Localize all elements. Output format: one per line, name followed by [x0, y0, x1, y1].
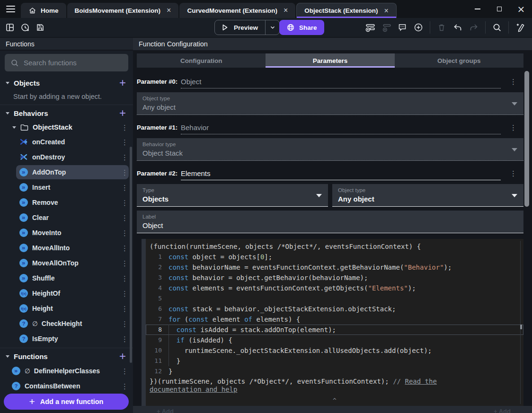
- function-item-oncreated[interactable]: onCreated⋮: [0, 134, 133, 149]
- item-menu-button[interactable]: ⋮: [121, 229, 128, 237]
- add-button-partial[interactable]: + Add: [157, 408, 174, 413]
- code-line-4[interactable]: 4const elements = eventsFunctionContext.…: [146, 283, 523, 293]
- tab-object-groups[interactable]: Object groups: [395, 53, 523, 68]
- close-tab-icon[interactable]: ×: [167, 7, 171, 14]
- preview-button[interactable]: Preview: [214, 20, 280, 35]
- type-select[interactable]: TypeObjects: [137, 184, 328, 207]
- behavior-folder-objectstack[interactable]: ObjectStack ⋮: [0, 120, 133, 134]
- code-line-8[interactable]: 8 const isAdded = stack.addOnTop(element…: [146, 325, 523, 335]
- function-item-ondestroy[interactable]: onDestroy⋮: [0, 149, 133, 165]
- add-subevent-button[interactable]: [379, 20, 393, 35]
- parameter-menu-button[interactable]: ⋮: [510, 78, 517, 85]
- folder-menu-button[interactable]: ⋮: [121, 124, 128, 131]
- item-menu-button[interactable]: ⋮: [121, 169, 128, 176]
- add-other-events-button[interactable]: [411, 20, 426, 35]
- ai-edit-button[interactable]: [513, 20, 527, 35]
- code-line-7[interactable]: 7for (const element of elements) {: [146, 314, 523, 325]
- open-panels-button[interactable]: [3, 20, 17, 35]
- function-item-containsbetween[interactable]: ?ContainsBetween⋮: [0, 378, 133, 394]
- code-line-3[interactable]: 3const behavior = object.getBehavior(beh…: [146, 272, 523, 283]
- delete-button[interactable]: [434, 20, 449, 35]
- code-line-5[interactable]: 5: [146, 293, 523, 304]
- search-functions-input[interactable]: Search functions: [5, 54, 128, 71]
- add-comment-button[interactable]: [395, 20, 409, 35]
- item-menu-button[interactable]: ⋮: [121, 154, 128, 161]
- search-events-button[interactable]: [490, 20, 504, 35]
- item-menu-button[interactable]: ⋮: [121, 320, 128, 327]
- event-drag-handle[interactable]: [142, 239, 146, 406]
- code-line-10[interactable]: 10 runtimeScene._objectStackExtension.al…: [146, 345, 523, 356]
- sidebar-scrollbar[interactable]: [130, 147, 132, 363]
- objects-section-header[interactable]: Objects +: [0, 76, 133, 90]
- minimize-button[interactable]: [467, 0, 488, 18]
- tab-objectstack-extension[interactable]: ObjectStack (Extension)×: [296, 3, 397, 18]
- object-type-select[interactable]: Object typeAny object: [137, 92, 523, 115]
- tab-home[interactable]: Home: [21, 3, 66, 18]
- item-menu-button[interactable]: ⋮: [121, 275, 128, 282]
- item-menu-button[interactable]: ⋮: [121, 245, 128, 252]
- item-menu-button[interactable]: ⋮: [121, 335, 128, 343]
- function-item-remove[interactable]: »Remove⋮: [0, 195, 133, 210]
- item-menu-button[interactable]: ⋮: [121, 305, 128, 312]
- behavior-type-select[interactable]: Behavior typeObject Stack: [137, 138, 523, 161]
- tab-configuration[interactable]: Configuration: [137, 53, 266, 68]
- redo-button[interactable]: [467, 20, 481, 35]
- object-type-select[interactable]: Object typeAny object: [332, 184, 523, 207]
- function-item-heightof[interactable]: f(x)HeightOf⋮: [0, 286, 133, 301]
- function-item-moveallinto[interactable]: »MoveAllInto⋮: [0, 240, 133, 255]
- item-menu-button[interactable]: ⋮: [121, 368, 128, 375]
- parameter-menu-button[interactable]: ⋮: [510, 170, 517, 177]
- function-item-moveinto[interactable]: »MoveInto⋮: [0, 225, 133, 240]
- close-button[interactable]: ×: [510, 0, 532, 18]
- item-menu-button[interactable]: ⋮: [121, 214, 128, 221]
- parameters-scrollbar[interactable]: [524, 71, 529, 207]
- tab-curvedmovement-extension[interactable]: CurvedMovement (Extension)×: [179, 3, 295, 18]
- item-menu-button[interactable]: ⋮: [121, 260, 128, 267]
- add-new-function-button[interactable]: + Add a new function: [4, 394, 129, 410]
- code-line-1[interactable]: 1const object = objects[0];: [146, 252, 523, 262]
- close-tab-icon[interactable]: ×: [284, 7, 288, 14]
- code-editor[interactable]: (function(runtimeScene, objects /*Object…: [146, 239, 523, 406]
- code-line-2[interactable]: 2const behaviorName = eventsFunctionCont…: [146, 262, 523, 272]
- function-item-checkheight[interactable]: ?∅CheckHeight⋮: [0, 316, 133, 331]
- item-menu-button[interactable]: ⋮: [121, 184, 128, 191]
- add-event-button[interactable]: [363, 20, 377, 35]
- behaviors-section-header[interactable]: Behaviors +: [0, 106, 133, 120]
- share-button[interactable]: Share: [279, 20, 324, 35]
- item-menu-button[interactable]: ⋮: [121, 290, 128, 297]
- item-menu-button[interactable]: ⋮: [121, 139, 128, 146]
- code-line-11[interactable]: 11 }: [146, 356, 523, 366]
- parameter-name-input[interactable]: Elements: [181, 169, 501, 180]
- item-menu-button[interactable]: ⋮: [121, 383, 128, 390]
- function-item-definehelperclasses[interactable]: »∅DefineHelperClasses⋮: [0, 363, 133, 378]
- add-object-button[interactable]: +: [119, 78, 127, 88]
- functions-section-header[interactable]: Functions +: [0, 349, 133, 363]
- code-line-6[interactable]: 6const stack = behavior._objectStackExte…: [146, 304, 523, 314]
- function-item-insert[interactable]: »Insert⋮: [0, 180, 133, 195]
- undo-button[interactable]: [451, 20, 465, 35]
- save-button[interactable]: [33, 20, 47, 35]
- parameter-menu-button[interactable]: ⋮: [510, 124, 517, 131]
- preview-options-button[interactable]: [266, 20, 279, 35]
- code-line-9[interactable]: 9 if (isAdded) {: [146, 335, 523, 345]
- tab-boidsmovement-extension[interactable]: BoidsMovement (Extension)×: [67, 3, 179, 18]
- collapse-editor-caret[interactable]: ^: [146, 397, 523, 404]
- add-free-function-button[interactable]: +: [119, 351, 127, 361]
- version-history-button[interactable]: [18, 20, 32, 35]
- function-item-moveallontop[interactable]: »MoveAllOnTop⋮: [0, 255, 133, 271]
- close-tab-icon[interactable]: ×: [384, 7, 389, 15]
- item-menu-button[interactable]: ⋮: [121, 199, 128, 206]
- tab-parameters[interactable]: Parameters: [266, 53, 394, 68]
- maximize-button[interactable]: [488, 0, 510, 18]
- add-behavior-button[interactable]: +: [119, 108, 127, 118]
- function-item-addontop[interactable]: »AddOnTop⋮: [0, 165, 133, 180]
- add-button-partial[interactable]: + Add: [494, 408, 511, 413]
- main-menu-button[interactable]: [0, 0, 21, 18]
- code-line-12[interactable]: 12}: [146, 366, 523, 377]
- parameter-name-input[interactable]: Object: [181, 78, 501, 88]
- function-item-isempty[interactable]: ?IsEmpty⋮: [0, 331, 133, 346]
- function-item-height[interactable]: f(x)Height⋮: [0, 301, 133, 316]
- function-item-clear[interactable]: »Clear⋮: [0, 210, 133, 225]
- parameter-name-input[interactable]: Behavior: [181, 123, 501, 134]
- function-item-shuffle[interactable]: »Shuffle⋮: [0, 271, 133, 286]
